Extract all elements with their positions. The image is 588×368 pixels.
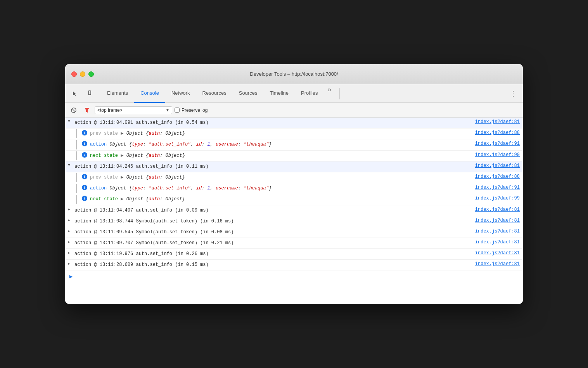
log-entry[interactable]: ▼ action @ 13:11:04.091 auth.set_info (i… [65,118,523,128]
cursor-icon [72,90,78,97]
toggle-arrow[interactable]: ▶ [65,250,73,255]
info-icon: i [81,195,88,201]
log-entry-text: action Object {type: "auth.set_info", id… [88,140,472,149]
toggle-arrow[interactable]: ▶ [65,206,73,212]
traffic-lights [71,71,94,77]
indent [76,140,81,149]
toolbar-separator [339,88,340,99]
log-file-link[interactable]: index.js?daef:81 [472,250,523,257]
log-entry-text: action Object {type: "auth.set_info", id… [88,184,472,193]
log-entry[interactable]: ▶ action @ 13:11:28.609 auth.set_info (i… [65,260,523,271]
minimize-button[interactable] [80,71,85,77]
log-entry[interactable]: i action Object {type: "auth.set_info", … [65,183,523,194]
log-file-link[interactable]: index.js?daef:81 [472,118,523,125]
log-entry[interactable]: i prev state ▶ Object {auth: Object} ind… [65,172,523,183]
log-entry-text: next state ▶ Object {auth: Object} [88,151,472,160]
tab-sources[interactable]: Sources [233,84,264,103]
indent [76,151,81,160]
svg-marker-4 [85,108,89,113]
frame-selector[interactable]: <top frame> ▼ [95,106,172,114]
log-entry-text: action @ 13:11:09.707 Symbol(auth.set_to… [73,239,472,248]
indent [76,195,81,204]
log-entry[interactable]: ▶ action @ 13:11:19.976 auth.set_info (i… [65,249,523,260]
tab-console[interactable]: Console [134,84,165,103]
tab-navigation: Elements Console Network Resources Sourc… [101,84,335,103]
frame-selector-arrow: ▼ [166,108,169,112]
window-title: Developer Tools – http://localhost:7000/ [250,71,338,77]
clear-icon [71,107,77,113]
log-entry-text: action @ 13:11:04.091 auth.set_info (in … [73,118,472,127]
tab-elements[interactable]: Elements [101,84,134,103]
tab-resources[interactable]: Resources [196,84,233,103]
log-entry[interactable]: ▶ action @ 13:11:04.407 auth.set_info (i… [65,205,523,216]
filter-icon [84,107,90,113]
preserve-log-label[interactable]: Preserve log [175,108,208,113]
log-entry[interactable]: ▶ action @ 13:11:09.707 Symbol(auth.set_… [65,238,523,249]
indent [76,184,81,193]
info-icon: i [81,173,88,179]
toggle-arrow[interactable]: ▼ [65,118,73,123]
log-file-link[interactable]: index.js?daef:81 [472,260,523,267]
log-file-link[interactable]: index.js?daef:81 [472,217,523,224]
log-file-link[interactable]: index.js?daef:81 [472,206,523,213]
log-file-link[interactable]: index.js?daef:99 [472,151,523,158]
log-entry-text: action @ 13:11:04.246 auth.set_info (in … [73,162,472,171]
more-tabs-button[interactable]: » [324,84,335,95]
tab-network[interactable]: Network [165,84,196,103]
log-file-link[interactable]: index.js?daef:81 [472,228,523,235]
inspector-tool-button[interactable] [68,87,81,100]
mobile-icon [86,90,93,97]
indent [76,173,81,182]
log-entry[interactable]: i next state ▶ Object {auth: Object} ind… [65,151,523,161]
log-entry[interactable]: i action Object {type: "auth.set_info", … [65,139,523,150]
console-toolbar: <top frame> ▼ Preserve log [65,103,523,118]
log-entry[interactable]: ▶ action @ 13:11:08.744 Symbol(auth.set_… [65,216,523,227]
title-bar: Developer Tools – http://localhost:7000/ [65,64,523,84]
log-file-link[interactable]: index.js?daef:99 [472,195,523,202]
log-entry-text: next state ▶ Object {auth: Object} [88,195,472,204]
toggle-arrow[interactable]: ▶ [65,217,73,222]
console-log-area: ▼ action @ 13:11:04.091 auth.set_info (i… [65,118,523,304]
close-button[interactable] [71,71,77,77]
log-entry-text: action @ 13:11:09.545 Symbol(auth.set_to… [73,228,472,237]
log-file-link[interactable]: index.js?daef:81 [472,239,523,246]
preserve-log-text: Preserve log [182,108,208,113]
info-icon: i [81,151,88,158]
maximize-button[interactable] [88,71,94,77]
log-file-link[interactable]: index.js?daef:91 [472,184,523,191]
filter-button[interactable] [81,105,92,116]
toggle-arrow[interactable]: ▼ [65,162,73,167]
devtools-window: Developer Tools – http://localhost:7000/… [65,64,523,304]
tab-timeline[interactable]: Timeline [263,84,295,103]
frame-selector-value: <top frame> [97,108,164,113]
log-file-link[interactable]: index.js?daef:88 [472,173,523,180]
log-file-link[interactable]: index.js?daef:81 [472,162,523,169]
info-icon: i [81,140,88,146]
console-prompt[interactable]: ► [65,271,523,282]
tab-profiles[interactable]: Profiles [295,84,324,103]
log-entry[interactable]: ▶ action @ 13:11:09.545 Symbol(auth.set_… [65,227,523,238]
log-entry-text: prev state ▶ Object {auth: Object} [88,173,472,182]
prompt-arrow-icon: ► [68,273,74,279]
log-entry[interactable]: i prev state ▶ Object {auth: Object} ind… [65,128,523,139]
log-entry-text: action @ 13:11:19.976 auth.set_info (in … [73,250,472,259]
log-file-link[interactable]: index.js?daef:88 [472,129,523,136]
log-entry-text: action @ 13:11:08.744 Symbol(auth.set_to… [73,217,472,226]
log-entry[interactable]: ▼ action @ 13:11:04.246 auth.set_info (i… [65,161,523,172]
log-file-link[interactable]: index.js?daef:91 [472,140,523,147]
svg-line-3 [72,109,75,112]
info-icon: i [81,184,88,190]
toggle-arrow[interactable]: ▶ [65,228,73,233]
main-toolbar: Elements Console Network Resources Sourc… [65,84,523,103]
toggle-arrow[interactable]: ▶ [65,239,73,244]
clear-console-button[interactable] [68,105,79,116]
indent [76,129,81,138]
log-entry[interactable]: i next state ▶ Object {auth: Object} ind… [65,194,523,205]
toggle-arrow[interactable]: ▶ [65,260,73,266]
log-entry-text: prev state ▶ Object {auth: Object} [88,129,472,138]
preserve-log-checkbox[interactable] [175,108,180,113]
mobile-toggle-button[interactable] [83,87,96,100]
toolbar-menu-button[interactable]: ⋮ [507,88,520,99]
log-entry-text: action @ 13:11:28.609 auth.set_info (in … [73,260,472,269]
log-entry-text: action @ 13:11:04.407 auth.set_info (in … [73,206,472,215]
